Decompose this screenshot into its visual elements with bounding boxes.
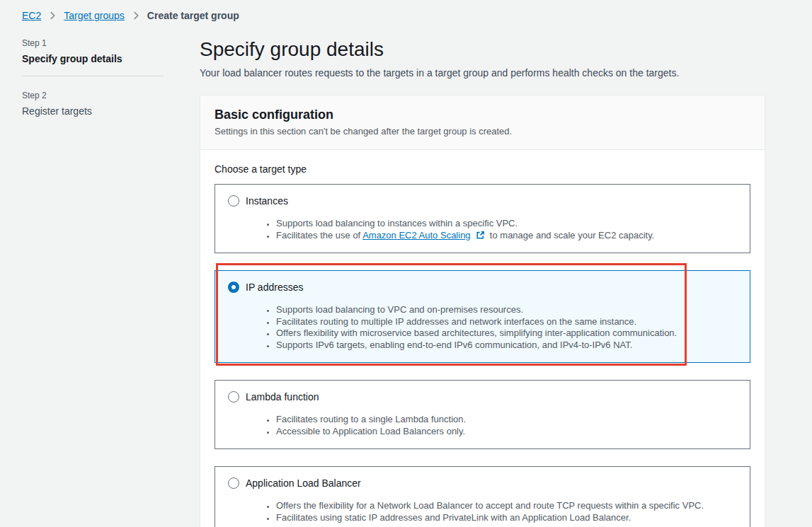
option-bullet-list: Offers the flexibility for a Network Loa… [228,500,737,523]
option-bullet: Offers the flexibility for a Network Loa… [276,500,737,512]
target-type-option-application-load-balancer[interactable]: Application Load Balancer Offers the fle… [215,466,750,527]
option-bullet: Supports load balancing to VPC and on-pr… [276,304,737,316]
basic-configuration-panel: Basic configuration Settings in this sec… [200,95,765,527]
wizard-step-1[interactable]: Step 1 Specify group details [22,37,200,65]
radio-button-icon[interactable] [228,195,239,207]
option-label[interactable]: Application Load Balancer [246,476,361,490]
option-bullet: Offers flexibility with microservice bas… [276,328,737,340]
breadcrumb-link-ec2[interactable]: EC2 [22,10,41,21]
external-link[interactable]: Amazon EC2 Auto Scaling [362,230,470,241]
option-bullet: Facilitates routing to multiple IP addre… [276,316,737,328]
option-bullet: Accessible to Application Load Balancers… [276,426,737,438]
chevron-right-icon [131,11,141,21]
option-head: IP addresses [228,280,737,294]
option-bullet: Facilitates using static IP addresses an… [276,512,737,524]
page-title: Specify group details [200,37,765,62]
wizard-step-2[interactable]: Step 2 Register targets [22,90,200,117]
option-label[interactable]: Instances [246,194,288,208]
radio-button-icon[interactable] [228,391,239,403]
breadcrumb-link-target-groups[interactable]: Target groups [64,10,125,21]
option-bullet: Facilitates the use of Amazon EC2 Auto S… [276,230,737,242]
breadcrumb: EC2 Target groups Create target group [0,0,812,22]
option-bullet: Supports load balancing to instances wit… [276,218,737,230]
radio-button-icon[interactable] [228,282,239,293]
option-label[interactable]: IP addresses [246,280,303,294]
option-label[interactable]: Lambda function [246,390,319,404]
target-type-label: Choose a target type [215,163,750,175]
wizard-steps-nav: Step 1 Specify group details Step 2 Regi… [0,22,200,117]
step-number-label: Step 1 [22,37,200,49]
option-bullet-list: Supports load balancing to instances wit… [228,218,737,241]
target-type-option-instances[interactable]: Instances Supports load balancing to ins… [215,184,750,253]
main-content: Specify group details Your load balancer… [200,22,765,527]
option-bullet-list: Supports load balancing to VPC and on-pr… [228,304,737,351]
external-link-icon [476,231,485,240]
basic-configuration-body: Choose a target type Instances Supports … [200,150,765,527]
option-bullet-list: Facilitates routing to a single Lambda f… [228,414,737,437]
page-subtitle: Your load balancer routes requests to th… [200,66,765,79]
step-title-specify-group-details[interactable]: Specify group details [22,52,200,65]
option-bullet: Supports IPv6 targets, enabling end-to-e… [276,340,737,352]
step-number-label: Step 2 [22,90,200,101]
target-type-option-ip-addresses[interactable]: IP addresses Supports load balancing to … [215,270,750,363]
chevron-right-icon [47,11,57,21]
basic-configuration-description: Settings in this section can't be change… [215,125,750,137]
radio-button-icon[interactable] [228,477,239,489]
basic-configuration-header: Basic configuration Settings in this sec… [200,95,765,150]
steps-divider [22,76,164,76]
option-head: Instances [228,194,737,208]
target-type-options: Instances Supports load balancing to ins… [215,184,750,527]
breadcrumb-current: Create target group [147,10,239,21]
step-title-register-targets[interactable]: Register targets [22,105,200,117]
basic-configuration-title: Basic configuration [215,107,750,122]
target-type-option-lambda-function[interactable]: Lambda function Facilitates routing to a… [215,380,750,449]
option-bullet: Facilitates routing to a single Lambda f… [276,414,737,426]
option-head: Lambda function [228,390,737,404]
option-head: Application Load Balancer [228,476,737,490]
